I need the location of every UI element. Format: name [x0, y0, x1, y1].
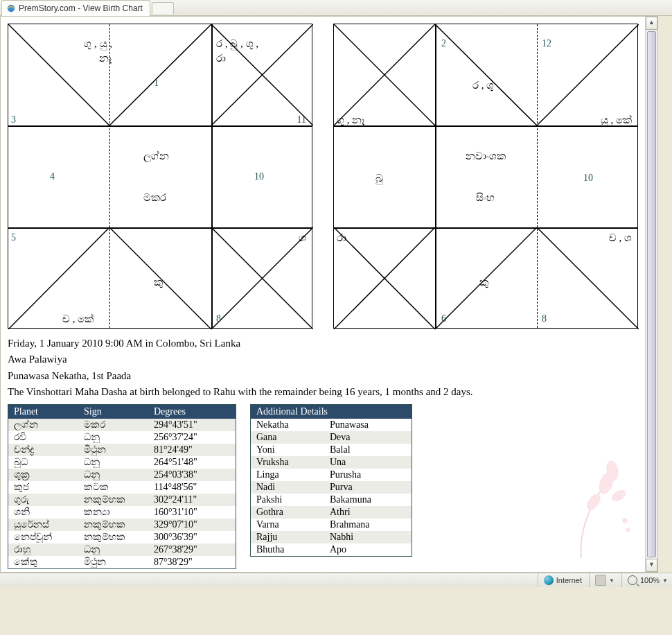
navamsa-chart: 2 12 ර , ශු ගු , නෑ යු , කේ නවාංශක බු සි…: [333, 24, 638, 329]
nav-house-8: 8: [542, 312, 547, 326]
rasi-house-4: 4: [50, 170, 55, 184]
th-degrees: Degrees: [148, 405, 236, 419]
cell-degrees: 160°31'10": [148, 506, 236, 519]
cell-sign: මකර: [78, 419, 148, 431]
cell-planet: චන්ද්‍ර: [8, 444, 79, 456]
cell-planet: කේතු: [8, 556, 79, 569]
birth-datetime-location: Friday, 1 January 2010 9:00 AM in Colomb…: [8, 336, 651, 351]
cell-planet: ලග්න: [8, 419, 79, 431]
table-row: YoniBalal: [251, 444, 412, 456]
security-zone[interactable]: Internet: [538, 573, 582, 587]
table-row: ශුක්‍රධනු254°03'38": [8, 469, 236, 481]
page-content: ගු , යු , නෑ 1 ර , බු , ශු , රා 3 11 4 ල…: [1, 17, 657, 572]
cell-value: Nabhi: [324, 531, 412, 543]
cell-key: Nadi: [251, 481, 325, 494]
cell-degrees: 267°38'29": [148, 543, 236, 556]
table-row: කුජකටක114°48'56": [8, 481, 236, 494]
nav-house-3-planets: ගු , නෑ: [337, 113, 365, 128]
shield-icon: [595, 575, 606, 586]
cell-key: Gothra: [251, 506, 325, 519]
rasi-house-10: 10: [254, 170, 264, 184]
table-row: බුධධනු264°51'48": [8, 456, 236, 469]
birth-info-block: Friday, 1 January 2010 9:00 AM in Colomb…: [8, 336, 651, 400]
svg-line-8: [109, 24, 211, 125]
cell-value: Una: [324, 456, 412, 469]
cell-value: Brahmana: [324, 519, 412, 531]
cell-sign: කන්‍යා: [78, 506, 148, 519]
vertical-scrollbar[interactable]: ▲ ▼: [645, 17, 657, 572]
table-row: නෙප්චූන්නකුම්භක300°36'39": [8, 531, 236, 543]
table-row: චන්ද්‍රමිථුන81°24'49": [8, 444, 236, 456]
new-tab-button[interactable]: [152, 2, 174, 14]
rasi-house-11: 11: [297, 113, 306, 127]
table-row: රවිධනු256°37'24": [8, 431, 236, 444]
nav-center-label2: සිංහ: [476, 191, 495, 205]
cell-value: Deva: [324, 431, 412, 444]
rasi-house-1: 1: [154, 76, 159, 90]
chevron-down-icon: ▼: [662, 577, 668, 584]
cell-sign: ධනු: [78, 456, 148, 469]
nav-house-4-planets: බු: [375, 171, 383, 186]
cell-planet: රවි: [8, 431, 79, 444]
cell-value: Bakamuna: [324, 494, 412, 506]
table-row: VrukshaUna: [251, 456, 412, 469]
scroll-up-button[interactable]: ▲: [646, 17, 657, 30]
cell-degrees: 264°51'48": [148, 456, 236, 469]
cell-key: Yoni: [251, 444, 325, 456]
cell-planet: ශනි: [8, 506, 79, 519]
cell-value: Athri: [324, 506, 412, 519]
table-row: ශනිකන්‍යා160°31'10": [8, 506, 236, 519]
nav-house-5-planets: රා: [337, 231, 346, 245]
nav-house-1-planets: ර , ශු: [472, 78, 494, 93]
svg-line-18: [537, 24, 639, 125]
cell-degrees: 114°48'56": [148, 481, 236, 494]
cell-planet: බුධ: [8, 456, 79, 469]
scroll-thumb[interactable]: [647, 31, 656, 557]
protected-mode-indicator[interactable]: ▼: [589, 573, 614, 587]
globe-icon: [544, 575, 554, 585]
zoom-level: 100%: [640, 576, 660, 584]
cell-degrees: 302°24'11": [148, 494, 236, 506]
table-row: RajjuNabhi: [251, 531, 412, 543]
table-row: කේතුමිථුන87°38'29": [8, 556, 236, 569]
rasi-house-8: 8: [216, 312, 221, 326]
nav-house-10: 10: [583, 171, 593, 185]
table-row: BhuthaApo: [251, 543, 412, 557]
cell-planet: ගුරු: [8, 494, 79, 506]
rasi-house-7-planets: කු: [154, 275, 163, 290]
cell-key: Nekatha: [251, 419, 325, 431]
scroll-down-button[interactable]: ▼: [646, 559, 657, 572]
rasi-house-12-planets: ර , බු , ශු , රා: [216, 37, 258, 66]
zoom-control[interactable]: 100% ▼: [621, 573, 668, 587]
rasi-center-label2: මකර: [143, 191, 166, 205]
planet-positions-table: Planet Sign Degrees ලග්නමකර294°43'51"රවි…: [8, 404, 236, 569]
cell-sign: මිථුන: [78, 444, 148, 456]
browser-status-bar: Internet ▼ 100% ▼: [0, 573, 672, 587]
rasi-house-3: 3: [11, 113, 16, 127]
cell-value: Purusha: [324, 469, 412, 481]
tab-title: PremStory.com - View Birth Chart: [19, 3, 143, 13]
cell-planet: ශුක්‍ර: [8, 469, 79, 481]
rasi-house-9-planets: ශ: [299, 231, 306, 245]
cell-sign: ධනු: [78, 431, 148, 444]
browser-tab-active[interactable]: PremStory.com - View Birth Chart: [1, 0, 150, 16]
cell-degrees: 256°37'24": [148, 431, 236, 444]
cell-key: Rajju: [251, 531, 325, 543]
table-row: රාහුධනු267°38'29": [8, 543, 236, 556]
thithi: Awa Palawiya: [8, 351, 651, 367]
cell-planet: රාහු: [8, 543, 79, 556]
table-row: VarnaBrahmana: [251, 519, 412, 531]
cell-degrees: 81°24'49": [148, 444, 236, 456]
cell-key: Gana: [251, 431, 325, 444]
nav-house-2: 2: [441, 37, 446, 51]
cell-degrees: 300°36'39": [148, 531, 236, 543]
cell-degrees: 254°03'38": [148, 469, 236, 481]
ie-icon: [6, 3, 16, 13]
cell-planet: කුජ: [8, 481, 79, 494]
svg-line-17: [435, 24, 537, 125]
table-row: LingaPurusha: [251, 469, 412, 481]
magnifier-icon: [628, 575, 637, 585]
rasi-house-5: 5: [11, 231, 16, 245]
cell-value: Apo: [324, 543, 412, 557]
chevron-down-icon: ▼: [609, 577, 614, 584]
